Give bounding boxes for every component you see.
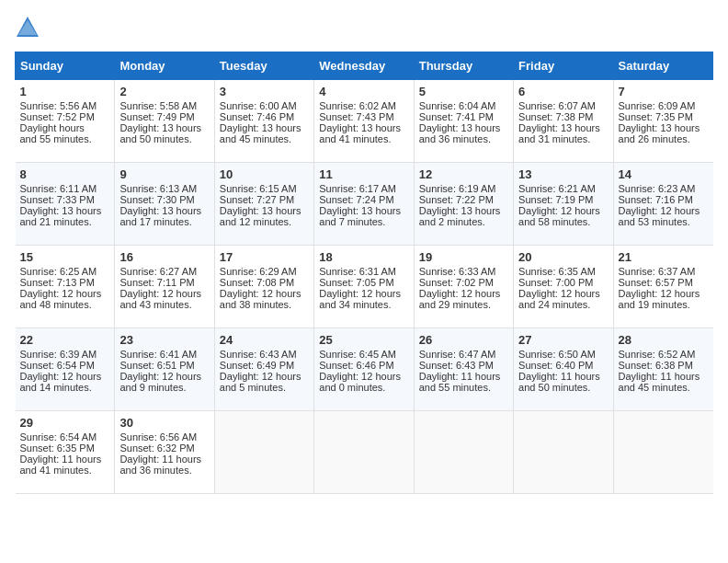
calendar-cell-w1-2: 10Sunrise: 6:15 AMSunset: 7:27 PMDayligh… — [214, 163, 313, 246]
header-friday: Friday — [514, 52, 613, 80]
calendar-cell-week0-5: 6Sunrise: 6:07 AMSunset: 7:38 PMDaylight… — [514, 80, 613, 163]
calendar-cell-w3-0: 22Sunrise: 6:39 AMSunset: 6:54 PMDayligh… — [16, 328, 115, 411]
calendar-cell-w4-2 — [214, 411, 313, 494]
header-sunday: Sunday — [16, 52, 115, 80]
header-saturday: Saturday — [613, 52, 712, 80]
calendar-cell-w3-1: 23Sunrise: 6:41 AMSunset: 6:51 PMDayligh… — [115, 328, 214, 411]
calendar-header-row: SundayMondayTuesdayWednesdayThursdayFrid… — [16, 52, 713, 80]
calendar-week-0: 1Sunrise: 5:56 AMSunset: 7:52 PMDaylight… — [16, 80, 713, 163]
calendar-cell-week0-4: 5Sunrise: 6:04 AMSunset: 7:41 PMDaylight… — [414, 80, 513, 163]
header-wednesday: Wednesday — [314, 52, 414, 80]
calendar-cell-w1-4: 12Sunrise: 6:19 AMSunset: 7:22 PMDayligh… — [414, 163, 513, 246]
calendar-cell-w2-5: 20Sunrise: 6:35 AMSunset: 7:00 PMDayligh… — [514, 246, 613, 328]
logo-icon — [15, 15, 40, 40]
calendar-cell-week0-3: 4Sunrise: 6:02 AMSunset: 7:43 PMDaylight… — [314, 80, 414, 163]
calendar-cell-w1-1: 9Sunrise: 6:13 AMSunset: 7:30 PMDaylight… — [115, 163, 214, 246]
calendar-cell-w1-5: 13Sunrise: 6:21 AMSunset: 7:19 PMDayligh… — [514, 163, 613, 246]
calendar-cell-w4-6 — [613, 411, 712, 494]
calendar-cell-w3-2: 24Sunrise: 6:43 AMSunset: 6:49 PMDayligh… — [214, 328, 313, 411]
calendar-week-2: 15Sunrise: 6:25 AMSunset: 7:13 PMDayligh… — [16, 246, 713, 328]
calendar-cell-w4-3 — [314, 411, 414, 494]
calendar-cell-w2-6: 21Sunrise: 6:37 AMSunset: 6:57 PMDayligh… — [613, 246, 712, 328]
calendar-cell-w4-1: 30Sunrise: 6:56 AMSunset: 6:32 PMDayligh… — [115, 411, 214, 494]
header-monday: Monday — [115, 52, 214, 80]
calendar-cell-w3-3: 25Sunrise: 6:45 AMSunset: 6:46 PMDayligh… — [314, 328, 414, 411]
svg-marker-1 — [18, 20, 37, 35]
logo — [15, 15, 42, 40]
calendar-cell-w1-0: 8Sunrise: 6:11 AMSunset: 7:33 PMDaylight… — [16, 163, 115, 246]
calendar-cell-week0-1: 2Sunrise: 5:58 AMSunset: 7:49 PMDaylight… — [115, 80, 214, 163]
calendar-cell-w4-0: 29Sunrise: 6:54 AMSunset: 6:35 PMDayligh… — [16, 411, 115, 494]
header-tuesday: Tuesday — [214, 52, 313, 80]
calendar-cell-w2-4: 19Sunrise: 6:33 AMSunset: 7:02 PMDayligh… — [414, 246, 513, 328]
calendar-week-4: 29Sunrise: 6:54 AMSunset: 6:35 PMDayligh… — [16, 411, 713, 494]
calendar-cell-w1-3: 11Sunrise: 6:17 AMSunset: 7:24 PMDayligh… — [314, 163, 414, 246]
calendar-cell-w1-6: 14Sunrise: 6:23 AMSunset: 7:16 PMDayligh… — [613, 163, 712, 246]
calendar-cell-w2-0: 15Sunrise: 6:25 AMSunset: 7:13 PMDayligh… — [16, 246, 115, 328]
calendar-cell-1: 1Sunrise: 5:56 AMSunset: 7:52 PMDaylight… — [16, 80, 115, 163]
calendar-cell-w3-4: 26Sunrise: 6:47 AMSunset: 6:43 PMDayligh… — [414, 328, 513, 411]
calendar-cell-w3-5: 27Sunrise: 6:50 AMSunset: 6:40 PMDayligh… — [514, 328, 613, 411]
header-thursday: Thursday — [414, 52, 513, 80]
page-header — [15, 15, 713, 40]
calendar-cell-week0-6: 7Sunrise: 6:09 AMSunset: 7:35 PMDaylight… — [613, 80, 712, 163]
calendar-cell-w3-6: 28Sunrise: 6:52 AMSunset: 6:38 PMDayligh… — [613, 328, 712, 411]
calendar-cell-w2-2: 17Sunrise: 6:29 AMSunset: 7:08 PMDayligh… — [214, 246, 313, 328]
calendar-cell-w4-5 — [514, 411, 613, 494]
calendar-cell-w4-4 — [414, 411, 513, 494]
calendar-week-1: 8Sunrise: 6:11 AMSunset: 7:33 PMDaylight… — [16, 163, 713, 246]
calendar-cell-week0-2: 3Sunrise: 6:00 AMSunset: 7:46 PMDaylight… — [214, 80, 313, 163]
calendar-cell-w2-3: 18Sunrise: 6:31 AMSunset: 7:05 PMDayligh… — [314, 246, 414, 328]
calendar-cell-w2-1: 16Sunrise: 6:27 AMSunset: 7:11 PMDayligh… — [115, 246, 214, 328]
calendar-week-3: 22Sunrise: 6:39 AMSunset: 6:54 PMDayligh… — [16, 328, 713, 411]
calendar-table: SundayMondayTuesdayWednesdayThursdayFrid… — [15, 52, 713, 494]
